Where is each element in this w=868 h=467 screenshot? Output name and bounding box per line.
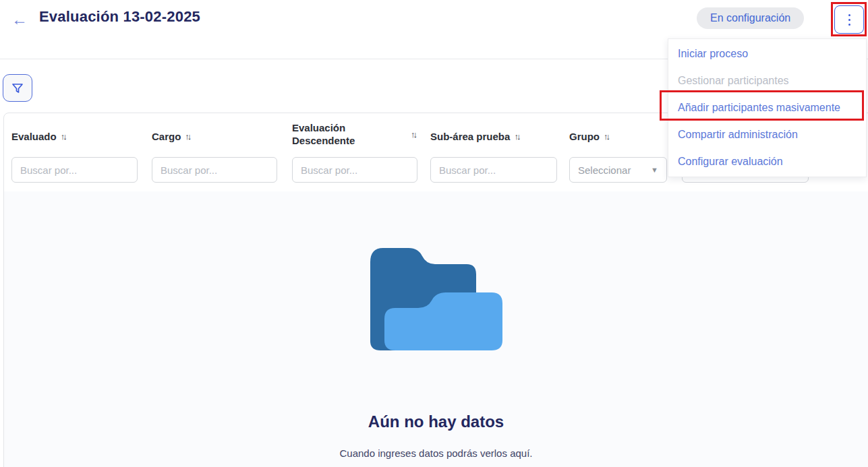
actions-dropdown-menu: Iniciar proceso Gestionar participantes … <box>668 38 867 177</box>
page-title: Evaluación 13-02-2025 <box>39 8 200 26</box>
menu-item-anadir-participantes-masivamente[interactable]: Añadir participantes masivamente <box>668 94 866 121</box>
sort-icon[interactable]: ↑↓ <box>411 128 417 141</box>
column-header-cargo: Cargo ↑↓ <box>152 131 192 142</box>
more-actions-button[interactable] <box>834 5 864 34</box>
empty-state-subtitle: Cuando ingreses datos podrás verlos aquí… <box>339 447 532 459</box>
funnel-icon <box>11 82 24 95</box>
back-arrow-icon[interactable]: ← <box>9 9 30 30</box>
folder-illustration-icon <box>368 240 504 352</box>
sort-icon[interactable]: ↑↓ <box>514 131 521 142</box>
column-label: Evaluado <box>11 131 57 142</box>
select-value: Seleccionar <box>578 164 631 176</box>
filter-input-evaluacion-descendente[interactable] <box>292 157 417 183</box>
column-header-grupo: Grupo ↑↓ <box>569 131 610 142</box>
filter-button[interactable] <box>3 74 32 102</box>
chevron-down-icon: ▼ <box>651 166 658 174</box>
empty-state: Aún no hay datos Cuando ingreses datos p… <box>4 191 868 467</box>
column-header-subarea-prueba: Sub-área prueba ↑↓ <box>430 131 521 142</box>
column-header-evaluado: Evaluado ↑↓ <box>11 131 67 142</box>
menu-item-configurar-evaluacion[interactable]: Configurar evaluación <box>668 148 866 175</box>
filter-select-grupo[interactable]: Seleccionar ▼ <box>569 157 667 183</box>
sort-icon[interactable]: ↑↓ <box>185 131 192 142</box>
menu-item-compartir-administracion[interactable]: Compartir administración <box>668 121 866 148</box>
menu-item-gestionar-participantes: Gestionar participantes <box>668 67 866 94</box>
empty-state-title: Aún no hay datos <box>368 412 504 431</box>
column-label: Evaluación Descendente <box>292 121 380 147</box>
filter-input-evaluado[interactable] <box>11 157 138 183</box>
kebab-dot <box>848 24 850 26</box>
sort-icon[interactable]: ↑↓ <box>604 131 610 142</box>
menu-item-iniciar-proceso[interactable]: Iniciar proceso <box>668 40 866 67</box>
kebab-dot <box>848 14 850 16</box>
column-header-evaluacion-descendente: Evaluación Descendente ↑↓ <box>292 121 417 147</box>
sort-icon[interactable]: ↑↓ <box>61 131 67 142</box>
column-label: Grupo <box>569 131 600 142</box>
column-label: Sub-área prueba <box>430 131 510 142</box>
filter-input-cargo[interactable] <box>152 157 277 183</box>
column-label: Cargo <box>152 131 181 142</box>
filter-input-subarea-prueba[interactable] <box>430 157 557 183</box>
status-badge: En configuración <box>697 7 804 29</box>
kebab-dot <box>848 19 850 21</box>
